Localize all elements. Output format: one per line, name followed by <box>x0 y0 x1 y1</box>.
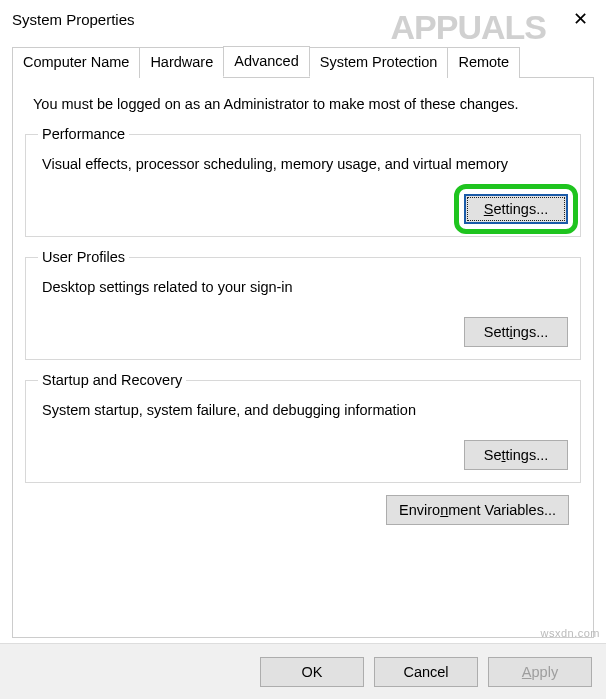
tab-remote[interactable]: Remote <box>447 47 520 78</box>
apply-button[interactable]: Apply <box>488 657 592 687</box>
user-profiles-desc: Desktop settings related to your sign-in <box>42 279 568 295</box>
user-profiles-group: User Profiles Desktop settings related t… <box>25 249 581 360</box>
performance-desc: Visual effects, processor scheduling, me… <box>42 156 568 172</box>
titlebar: System Properties ✕ <box>0 0 606 38</box>
tabs-container: Computer Name Hardware Advanced System P… <box>0 38 606 638</box>
startup-recovery-desc: System startup, system failure, and debu… <box>42 402 568 418</box>
tab-strip: Computer Name Hardware Advanced System P… <box>12 46 594 78</box>
admin-notice: You must be logged on as an Administrato… <box>33 96 581 112</box>
user-profiles-settings-button[interactable]: Settings... <box>464 317 568 347</box>
tab-advanced[interactable]: Advanced <box>223 46 310 77</box>
startup-recovery-group: Startup and Recovery System startup, sys… <box>25 372 581 483</box>
dialog-button-bar: OK Cancel Apply <box>0 643 606 699</box>
tab-system-protection[interactable]: System Protection <box>309 47 449 78</box>
tab-panel-advanced: You must be logged on as an Administrato… <box>12 78 594 638</box>
tab-computer-name[interactable]: Computer Name <box>12 47 140 78</box>
window-title: System Properties <box>12 11 135 28</box>
tab-hardware[interactable]: Hardware <box>139 47 224 78</box>
startup-recovery-settings-button[interactable]: Settings... <box>464 440 568 470</box>
system-properties-window: System Properties ✕ APPUALS Computer Nam… <box>0 0 606 699</box>
startup-recovery-legend: Startup and Recovery <box>38 372 186 388</box>
performance-settings-button[interactable]: Settings... <box>464 194 568 224</box>
ok-button[interactable]: OK <box>260 657 364 687</box>
close-icon: ✕ <box>573 8 588 30</box>
user-profiles-legend: User Profiles <box>38 249 129 265</box>
environment-variables-button[interactable]: Environment Variables... <box>386 495 569 525</box>
close-button[interactable]: ✕ <box>558 4 602 34</box>
cancel-button[interactable]: Cancel <box>374 657 478 687</box>
performance-legend: Performance <box>38 126 129 142</box>
performance-group: Performance Visual effects, processor sc… <box>25 126 581 237</box>
watermark-source: wsxdn.com <box>540 627 600 639</box>
